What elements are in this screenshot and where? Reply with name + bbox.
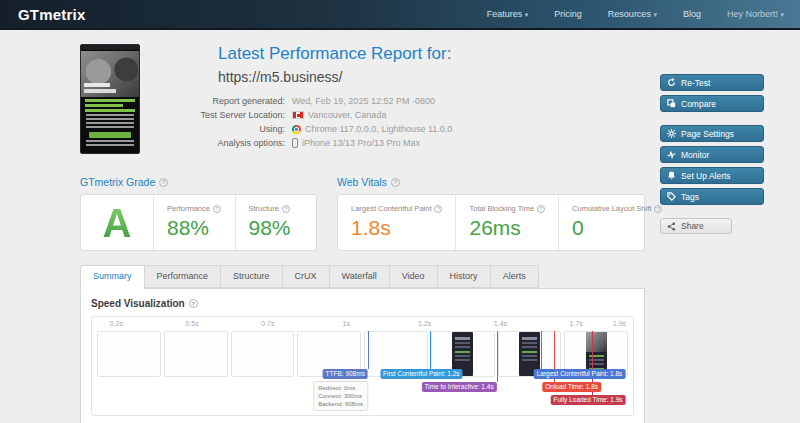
nav-item-resources[interactable]: Resources ▾ [608,9,657,19]
refresh-icon [667,78,676,87]
tti-marker-line [497,331,498,382]
fcp-marker-label: First Contentful Paint: 1.2s [380,369,463,379]
summary-panel: Speed Visualization? 0.2s 0.5s 0.7s 1s 1… [80,288,645,423]
server-location-value: Vancouver, Canada [292,110,452,120]
top-navbar: GTmetrix Features ▾ Pricing Resources ▾ … [0,0,800,30]
user-menu[interactable]: Hey Norbert! ▾ [727,9,784,19]
cls-value: 0 [572,216,662,240]
fully-loaded-marker-label: Fully Loaded Time: 1.9s [551,395,626,405]
page-settings-button[interactable]: Page Settings [660,125,764,142]
monitor-icon [667,150,676,159]
report-details: Report generated: Wed, Feb 19, 2025 12:5… [184,96,452,148]
tick-label: 0.5s [185,320,198,327]
tab-history[interactable]: History [437,265,491,288]
nav-links: Features ▾ Pricing Resources ▾ Blog Hey … [487,9,784,19]
performance-metric: Performance? 88% [153,195,235,250]
filmstrip-frame [97,331,161,377]
tick-label: 1.9s [613,320,626,327]
tick-label: 1.2s [418,320,431,327]
grade-letter: A [103,203,132,243]
grade-card: A Performance? 88% Structure? 98% [80,194,317,251]
phone-icon [292,138,298,148]
structure-metric: Structure? 98% [235,195,317,250]
tbt-value: 26ms [469,216,545,240]
share-icon [667,222,676,231]
tag-icon [667,192,676,201]
tick-label: 1.4s [494,320,507,327]
onload-marker-label: Onload Time: 1.8s [542,382,601,392]
set-up-alerts-button[interactable]: Set Up Alerts [660,167,764,184]
tbt-metric: Total Blocking Time? 26ms [455,195,558,250]
tti-marker-label: Time to Interactive: 1.4s [422,382,497,392]
speed-viz-heading: Speed Visualization [91,298,185,309]
tab-summary[interactable]: Summary [80,265,145,289]
lcp-metric: Largest Contentful Paint? 1.8s [338,195,455,250]
help-icon[interactable]: ? [282,205,290,213]
help-icon[interactable]: ? [213,205,221,213]
main-column: Latest Performance Report for: https://m… [80,44,645,423]
tab-waterfall[interactable]: Waterfall [329,265,390,288]
help-icon[interactable]: ? [189,299,198,308]
compare-button[interactable]: Compare [660,95,764,112]
lcp-marker-line [541,331,542,369]
tick-label: 0.2s [110,320,123,327]
tab-alerts[interactable]: Alerts [490,265,539,288]
retest-button[interactable]: Re-Test [660,74,764,91]
page-title: Latest Performance Report for: [218,44,452,64]
tab-performance[interactable]: Performance [144,265,222,288]
monitor-button[interactable]: Monitor [660,146,764,163]
report-url: https://m5.business/ [218,69,452,85]
filmstrip-frame [231,331,295,377]
chevron-down-icon: ▾ [525,11,529,18]
report-tabs: Summary Performance Structure CrUX Water… [80,265,645,288]
chevron-down-icon: ▾ [780,11,784,18]
tab-structure[interactable]: Structure [220,265,283,288]
lcp-marker-label: Largest Contentful Paint: 1.8s [534,369,626,379]
share-button[interactable]: Share [660,218,732,234]
web-vitals-group: Web Vitals? Largest Contentful Paint? 1.… [337,176,645,251]
lcp-value: 1.8s [351,216,442,240]
browser-value: Chrome 117.0.0.0, Lighthouse 11.0.0 [292,124,452,134]
web-vitals-card: Largest Contentful Paint? 1.8s Total Blo… [337,194,645,251]
report-generated-value: Wed, Feb 19, 2025 12:52 PM -0800 [292,96,452,106]
gear-icon [667,129,676,138]
tick-label: 0.7s [261,320,274,327]
bell-icon [667,171,676,180]
tags-button[interactable]: Tags [660,188,764,205]
structure-value: 98% [249,216,304,240]
help-icon[interactable]: ? [391,178,400,187]
ttfb-marker-line [368,331,369,369]
nav-item-blog[interactable]: Blog [683,9,701,19]
help-icon[interactable]: ? [537,205,545,213]
ttfb-breakdown: Redirect: 0ms Connect: 300ms Backend: 60… [313,381,368,411]
web-vitals-heading: Web Vitals [337,176,387,188]
grade-heading: GTmetrix Grade [80,176,155,188]
report-header: Latest Performance Report for: https://m… [80,44,645,154]
gtmetrix-logo[interactable]: GTmetrix [18,6,85,23]
tab-video[interactable]: Video [389,265,438,288]
nav-item-pricing[interactable]: Pricing [554,9,582,19]
chevron-down-icon: ▾ [653,11,657,18]
device-value: iPhone 13/13 Pro/13 Pro Max [292,138,452,148]
speed-visualization: 0.2s 0.5s 0.7s 1s 1.2s 1.4s 1.7s 1.9s [91,316,634,416]
fcp-marker-line [430,331,431,369]
page-thumbnail [80,44,140,154]
tick-label: 1s [343,320,350,327]
tab-crux[interactable]: CrUX [282,265,330,288]
canada-flag-icon [292,111,304,119]
ttfb-marker-label: TTFB: 908ms [323,369,368,379]
scores-section: GTmetrix Grade? A Performance? 88% Struc… [80,176,645,251]
tick-label: 1.7s [570,320,583,327]
gtmetrix-grade-group: GTmetrix Grade? A Performance? 88% Struc… [80,176,317,251]
cls-metric: Cumulative Layout Shift? 0 [558,195,675,250]
chrome-icon [292,125,301,134]
action-buttons-panel: Re-Test Compare Page Settings Monitor Se… [660,74,764,234]
nav-item-features[interactable]: Features ▾ [487,9,529,19]
help-icon[interactable]: ? [434,205,442,213]
help-icon[interactable]: ? [159,178,168,187]
filmstrip-frame [164,331,228,377]
performance-value: 88% [167,216,222,240]
compare-icon [667,99,676,108]
report-page: Re-Test Compare Page Settings Monitor Se… [0,30,800,423]
